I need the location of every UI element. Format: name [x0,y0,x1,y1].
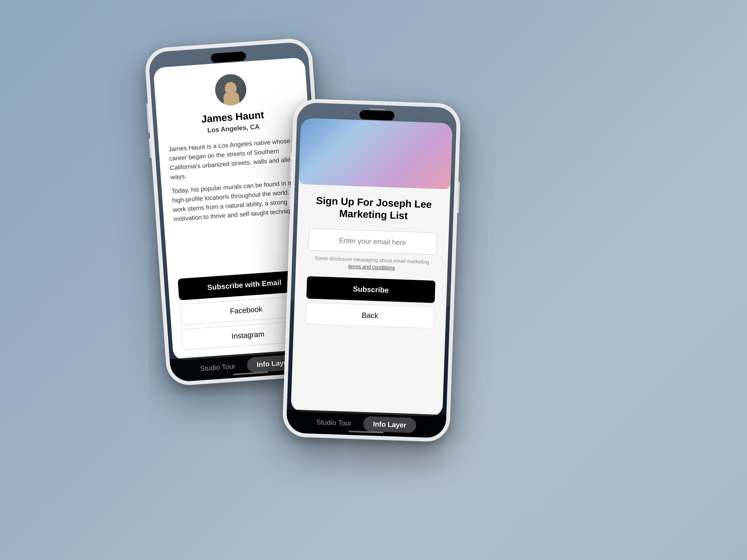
signup-card: Sign Up For Joseph Lee Marketing List So… [291,118,453,417]
bio-paragraph-1: James Haunt is a Los Angeles native whos… [168,135,303,182]
subscribe-button[interactable]: Subscribe [306,276,436,303]
disclosure-link[interactable]: terms and conditions [348,263,395,271]
phone2-info-layer-nav[interactable]: Info Layer [363,416,416,433]
phone2-dynamic-island [359,110,395,121]
terms-link[interactable]: terms and conditions [348,263,395,271]
signup-content: Sign Up For Joseph Lee Marketing List So… [291,184,450,407]
studio-tour-nav[interactable]: Studio Tour [200,362,236,373]
volume-down-button[interactable] [149,138,152,158]
disclosure-message: Some disclosure messaging about email ma… [314,255,429,265]
gradient-banner [299,118,453,189]
phone2-power-button[interactable] [457,182,460,213]
phone-2-screen: Sign Up For Joseph Lee Marketing List So… [286,102,457,438]
phone2-studio-tour-nav[interactable]: Studio Tour [316,418,352,427]
back-button[interactable]: Back [305,302,434,328]
signup-title: Sign Up For Joseph Lee Marketing List [309,194,438,223]
volume-up-button[interactable] [147,113,150,132]
phone-2: Sign Up For Joseph Lee Marketing List So… [282,98,461,442]
email-input[interactable] [308,228,437,255]
disclosure-text: Some disclosure messaging about email ma… [307,254,436,273]
profile-bio: James Haunt is a Los Angeles native whos… [168,135,309,271]
profile-location: Los Angeles, CA [207,123,260,134]
avatar [214,73,248,106]
profile-name: James Haunt [201,109,264,125]
bio-paragraph-2: Today, his popular murals can be found i… [171,177,306,224]
